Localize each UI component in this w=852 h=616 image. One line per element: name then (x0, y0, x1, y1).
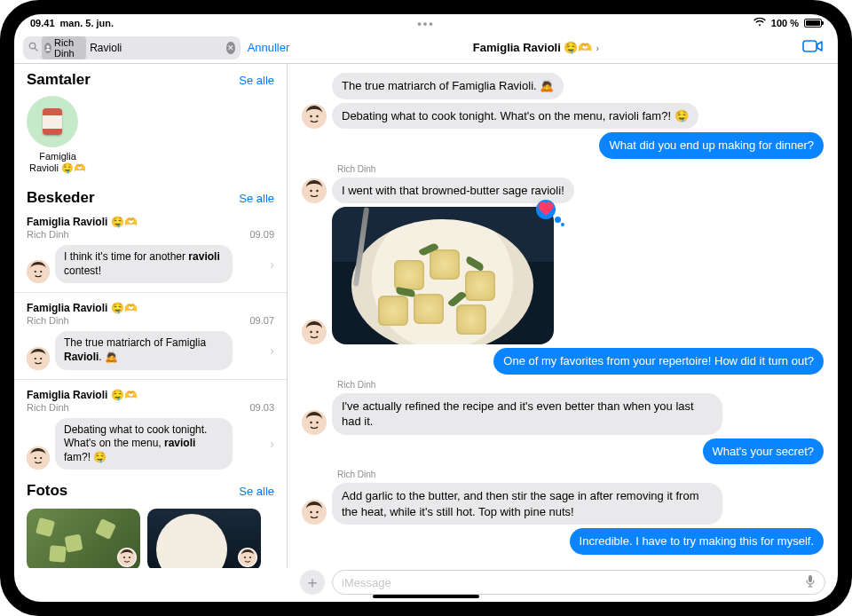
search-input[interactable] (90, 42, 223, 54)
svg-point-2 (46, 45, 49, 48)
chevron-right-icon: › (270, 437, 274, 451)
message-bubble[interactable]: Debating what to cook tonight. What's on… (332, 103, 698, 130)
message-result-group: Famiglia Ravioli 🤤🫶 (27, 216, 274, 228)
photo-result[interactable] (147, 509, 261, 568)
message-result-group: Famiglia Ravioli 🤤🫶 (27, 302, 274, 314)
message-image[interactable] (332, 207, 554, 344)
see-all-fotos[interactable]: Se alle (239, 485, 274, 498)
sidebar: Samtaler Se alle FamigliaRavioli 🤤🫶 Besk… (14, 64, 288, 568)
sender-avatar-icon (302, 104, 327, 129)
facetime-button[interactable] (802, 38, 824, 58)
svg-point-32 (316, 422, 318, 423)
message-bubble[interactable]: Add garlic to the butter, and then stir … (332, 483, 722, 525)
sender-avatar-icon (302, 410, 327, 435)
see-all-beskeder[interactable]: Se alle (239, 192, 274, 205)
person-icon (44, 43, 51, 53)
message-result-preview: The true matriarch of Famiglia Ravioli. … (55, 331, 233, 369)
status-date: man. 5. jun. (60, 18, 114, 28)
search-icon (28, 42, 38, 54)
nav-bar: Rich Dinh ✕ Annuller Famiglia Ravioli 🤤🫶… (14, 32, 838, 64)
cancel-button[interactable]: Annuller (248, 41, 290, 54)
message-input-placeholder: iMessage (342, 576, 391, 589)
photo-result[interactable] (27, 509, 140, 568)
svg-point-23 (316, 115, 318, 117)
conversation-view: The true matriarch of Famiglia Ravioli. … (288, 64, 838, 568)
message-result-preview: Debating what to cook tonight. What's on… (55, 418, 233, 470)
message-result[interactable]: Famiglia Ravioli 🤤🫶Rich Dinh09.03Debatin… (14, 379, 287, 476)
svg-point-11 (35, 457, 36, 459)
svg-point-28 (310, 331, 312, 333)
conversation-title-button[interactable]: Famiglia Ravioli 🤤🫶 › (288, 41, 785, 54)
status-bar: 09.41 man. 5. jun. ••• 100 % (14, 14, 838, 32)
svg-point-34 (310, 511, 312, 513)
message-bubble[interactable]: One of my favorites from your repertoire… (493, 348, 824, 375)
group-avatar (27, 96, 78, 147)
status-time: 09.41 (30, 18, 55, 28)
sender-avatar-icon (27, 347, 50, 370)
svg-point-29 (316, 331, 318, 333)
sender-avatar-icon (117, 548, 137, 567)
dictation-button[interactable] (805, 574, 816, 591)
chevron-right-icon: › (596, 43, 599, 53)
multitasking-indicator[interactable]: ••• (417, 17, 435, 30)
tapback-love-icon[interactable] (536, 200, 559, 223)
search-token-person[interactable]: Rich Dinh (42, 36, 86, 59)
message-bubble[interactable]: What's your secret? (703, 438, 824, 465)
wifi-icon (753, 18, 766, 28)
section-beskeder-title: Beskeder (27, 189, 95, 207)
see-all-samtaler[interactable]: Se alle (239, 74, 274, 87)
home-indicator[interactable] (373, 595, 479, 598)
message-result-sender: Rich Dinh (27, 229, 69, 240)
message-bubble[interactable]: Incredible. I have to try making this fo… (570, 528, 824, 555)
sender-avatar-icon (27, 260, 50, 283)
message-result-time: 09.09 (249, 229, 274, 240)
message-result[interactable]: Famiglia Ravioli 🤤🫶Rich Dinh09.09I think… (14, 210, 287, 288)
sender-name-label: Rich Dinh (337, 164, 824, 174)
battery-icon (804, 19, 822, 28)
clear-search-button[interactable]: ✕ (226, 42, 234, 54)
conversation-result-label: FamigliaRavioli 🤤🫶 (27, 151, 89, 173)
message-result-group: Famiglia Ravioli 🤤🫶 (27, 389, 274, 401)
svg-point-25 (310, 190, 312, 192)
svg-point-9 (40, 358, 42, 359)
sender-name-label: Rich Dinh (337, 380, 824, 390)
section-fotos-title: Fotos (27, 482, 67, 500)
message-result-sender: Rich Dinh (27, 315, 69, 326)
message-bubble[interactable]: What did you end up making for dinner? (599, 132, 824, 159)
message-input[interactable]: iMessage (332, 570, 825, 595)
svg-point-5 (35, 271, 36, 272)
svg-point-19 (244, 557, 246, 558)
svg-line-1 (35, 48, 37, 51)
sender-avatar-icon (302, 500, 327, 525)
message-result-time: 09.03 (249, 402, 274, 413)
message-result-preview: I think it's time for another ravioli co… (55, 245, 233, 283)
sender-avatar-icon (238, 548, 257, 567)
search-token-label: Rich Dinh (54, 37, 82, 59)
message-result-time: 09.07 (249, 315, 274, 326)
message-result[interactable]: Famiglia Ravioli 🤤🫶Rich Dinh09.07The tru… (14, 292, 287, 375)
svg-point-26 (316, 190, 318, 192)
svg-point-12 (40, 457, 42, 459)
conversation-result[interactable]: FamigliaRavioli 🤤🫶 (14, 92, 287, 182)
svg-point-31 (310, 422, 312, 423)
search-field[interactable]: Rich Dinh ✕ (23, 36, 241, 59)
svg-point-20 (249, 557, 251, 558)
battery-percent: 100 % (771, 18, 799, 28)
svg-rect-3 (803, 41, 816, 51)
can-icon (43, 108, 62, 135)
sender-avatar-icon (302, 178, 327, 203)
conversation-title: Famiglia Ravioli 🤤🫶 (473, 41, 593, 54)
message-bubble[interactable]: I've actually refined the recipe and it'… (332, 393, 722, 435)
chevron-right-icon: › (270, 344, 274, 358)
attach-button[interactable]: ＋ (300, 570, 325, 595)
sender-avatar-icon (302, 320, 327, 344)
sender-name-label: Rich Dinh (337, 470, 824, 479)
message-input-bar: ＋ iMessage (288, 568, 838, 602)
sender-avatar-icon (27, 446, 50, 470)
message-result-sender: Rich Dinh (27, 402, 69, 413)
svg-point-15 (123, 557, 125, 558)
message-bubble[interactable]: The true matriarch of Famiglia Ravioli. … (332, 73, 564, 99)
svg-point-8 (35, 358, 36, 359)
section-samtaler-title: Samtaler (27, 71, 91, 89)
svg-point-16 (129, 557, 130, 558)
